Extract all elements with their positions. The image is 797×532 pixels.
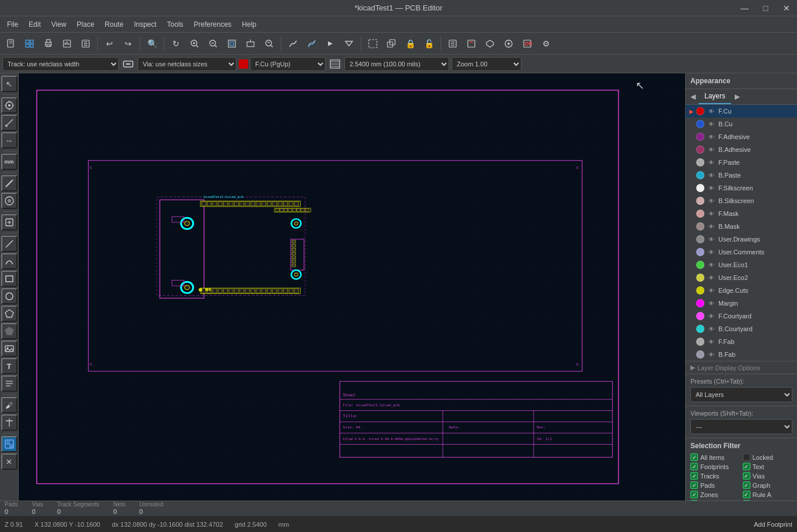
add-via-tool[interactable] [1, 193, 17, 209]
search-button[interactable]: 🔍 [143, 35, 161, 52]
drc-button[interactable]: DRC [519, 35, 536, 52]
zoom-in-button[interactable] [186, 35, 203, 52]
zoom-refresh-button[interactable]: ↻ [167, 35, 185, 52]
draw-circle-tool[interactable] [1, 288, 17, 304]
pcb-canvas[interactable]: Sheet File: kicadTest1.kicad_pcb Title: … [19, 73, 685, 501]
grid-select[interactable]: 2.5400 mm (100.00 mils) [344, 57, 449, 71]
draw-line-tool[interactable] [1, 236, 17, 252]
filter-rule-areas-checkbox[interactable]: ✓ [743, 491, 750, 498]
print-button[interactable] [40, 35, 57, 52]
menu-view[interactable]: View [47, 19, 71, 30]
net-inspector-tool[interactable] [1, 375, 17, 392]
select-tool[interactable]: ↖ [1, 76, 17, 92]
image-tool[interactable] [1, 341, 17, 357]
undo-button[interactable]: ↩ [101, 35, 118, 52]
layer-fcourtyard[interactable]: 👁 F.Courtyard [686, 310, 797, 322]
filter-pads-checkbox[interactable]: ✓ [690, 481, 698, 489]
redo-button[interactable]: ↪ [119, 35, 137, 52]
select-rect-button[interactable] [364, 35, 382, 52]
add-footprint-tool[interactable] [1, 214, 17, 230]
menu-help[interactable]: Help [237, 19, 261, 30]
route-single-button[interactable] [284, 35, 302, 52]
layer-bmask[interactable]: 👁 B.Mask [686, 220, 797, 233]
netlist-button[interactable] [444, 35, 461, 52]
tab-next-arrow[interactable]: ▶ [731, 90, 743, 104]
filter-vias-checkbox[interactable]: ✓ [743, 472, 750, 480]
layer-margin[interactable]: 👁 Margin [686, 297, 797, 310]
layer-userdrawings[interactable]: 👁 User.Drawings [686, 233, 797, 246]
zoom-fit-button[interactable] [223, 35, 241, 52]
menu-edit[interactable]: Edit [24, 19, 45, 30]
menu-file[interactable]: File [2, 19, 23, 30]
plot-button[interactable] [58, 35, 76, 52]
duplicate-button[interactable] [383, 35, 400, 52]
dimensions-tool[interactable]: ↔ [1, 132, 17, 148]
layer-fmask[interactable]: 👁 F.Mask [686, 207, 797, 220]
fcu-visibility[interactable]: 👁 [707, 107, 716, 115]
layer-fadhesive[interactable]: 👁 F.Adhesive [686, 130, 797, 143]
zoom-area-button[interactable] [242, 35, 259, 52]
layer-usercomments[interactable]: 👁 User.Comments [686, 246, 797, 258]
route-diff-button[interactable] [303, 35, 320, 52]
maximize-button[interactable]: □ [755, 0, 776, 16]
layer-fpaste[interactable]: 👁 F.Paste [686, 156, 797, 169]
filter-text-checkbox[interactable]: ✓ [743, 463, 750, 470]
layer-usereco2[interactable]: 👁 User.Eco2 [686, 271, 797, 284]
schematic-button[interactable] [21, 35, 38, 52]
unlock-button[interactable]: 🔓 [420, 35, 438, 52]
layer-usereco1[interactable]: 👁 User.Eco1 [686, 258, 797, 271]
paint-tool[interactable]: 🖌 [1, 397, 17, 413]
filter-footprints-checkbox[interactable]: ✓ [690, 463, 698, 470]
layer-bpaste[interactable]: 👁 B.Paste [686, 169, 797, 182]
inspect-button[interactable] [500, 35, 517, 52]
layer-pattern-button[interactable] [328, 57, 342, 71]
zoom-select[interactable]: Zoom 1.00 [452, 57, 521, 71]
fill-zone-tool[interactable] [1, 323, 17, 339]
menu-tools[interactable]: Tools [163, 19, 188, 30]
layer-bcourtyard[interactable]: 👁 B.Courtyard [686, 322, 797, 335]
layer-bfab[interactable]: 👁 B.Fab [686, 348, 797, 361]
viewports-select[interactable]: --- [690, 419, 792, 434]
active-layer-select[interactable]: F.Cu (PgUp) [250, 57, 326, 71]
draw-arc-tool[interactable] [1, 253, 17, 269]
zoom-out-button[interactable] [204, 35, 222, 52]
layer-fsilkscreen[interactable]: 👁 F.Silkscreen [686, 182, 797, 194]
mm-unit[interactable]: mm [1, 154, 17, 170]
filter-dimensions-checkbox[interactable]: ✓ [690, 500, 698, 501]
layer-badhesive[interactable]: 👁 B.Adhesive [686, 143, 797, 156]
measure-tool[interactable] [1, 115, 17, 131]
layers-tab[interactable]: Layers [699, 89, 731, 104]
track-options-button[interactable] [121, 57, 135, 71]
zoom-prev-button[interactable] [260, 35, 278, 52]
minimize-button[interactable]: — [734, 0, 755, 16]
rules-button[interactable] [463, 35, 480, 52]
filter-graph-checkbox[interactable]: ✓ [743, 481, 750, 489]
tune-button[interactable] [340, 35, 358, 52]
highlight-net-tool[interactable] [1, 97, 17, 114]
layer-ffab[interactable]: 👁 F.Fab [686, 335, 797, 348]
filter-other-checkbox[interactable]: ✓ [743, 500, 750, 501]
3d-button[interactable] [481, 35, 499, 52]
filter-tracks-checkbox[interactable]: ✓ [690, 472, 698, 480]
plot2-button[interactable] [77, 35, 94, 52]
filter-all-items-checkbox[interactable]: ✓ [690, 453, 698, 461]
add-text-tool[interactable]: T [1, 358, 17, 374]
lock-button[interactable]: 🔒 [401, 35, 419, 52]
draw-polygon-tool[interactable] [1, 306, 17, 322]
layer-bsilkscreen[interactable]: 👁 B.Silkscreen [686, 194, 797, 207]
layer-display-options[interactable]: ▶ Layer Display Options [686, 361, 797, 374]
settings-button[interactable]: ⚙ [537, 35, 555, 52]
via-size-select[interactable]: Via: use netclass sizes [137, 57, 237, 71]
align-tool[interactable] [1, 414, 17, 431]
pcb-editor-tool[interactable] [1, 436, 17, 452]
close-button[interactable]: ✕ [776, 0, 797, 16]
filter-locked-checkbox[interactable] [743, 453, 750, 461]
menu-place[interactable]: Place [72, 19, 99, 30]
menu-preferences[interactable]: Preferences [189, 19, 237, 30]
layer-edgecuts[interactable]: 👁 Edge.Cuts [686, 284, 797, 297]
track-width-select[interactable]: Track: use netclass width [2, 57, 119, 71]
bcu-visibility[interactable]: 👁 [707, 120, 716, 128]
presets-select[interactable]: All Layers [690, 387, 792, 402]
layer-bcu[interactable]: 👁 B.Cu [686, 118, 797, 130]
filter-zones-checkbox[interactable]: ✓ [690, 491, 698, 498]
